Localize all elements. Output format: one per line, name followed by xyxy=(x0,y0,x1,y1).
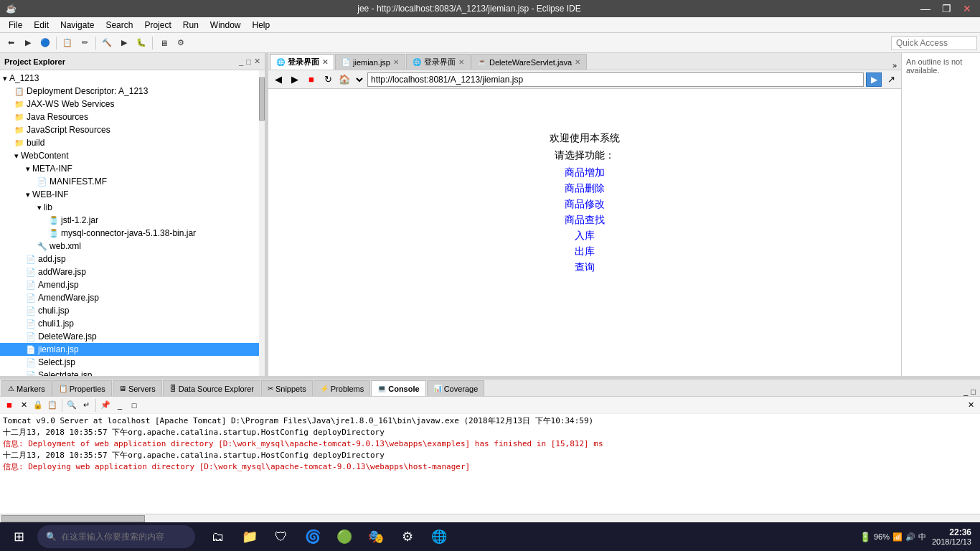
browser-home-btn[interactable]: 🏠 xyxy=(337,72,352,87)
console-clear-btn[interactable]: ✕ xyxy=(17,399,30,412)
browser-forward-btn[interactable]: ▶ xyxy=(288,72,302,87)
bottom-tab-data_source_explorer[interactable]: 🗄Data Source Explorer xyxy=(163,380,260,396)
tree-item-Selectdate_jsp[interactable]: 📄Selectdate.jsp xyxy=(0,369,259,376)
editor-tab-DeleteWareServlet_java[interactable]: ☕DeleteWareServlet.java✕ xyxy=(471,54,587,70)
tree-item-AmendWare_jsp[interactable]: 📄AmendWare.jsp xyxy=(0,291,259,304)
console-pin-btn[interactable]: 📌 xyxy=(99,399,112,412)
tree-item-WebContent[interactable]: ▾WebContent xyxy=(0,149,259,162)
tree-item-jiemian_jsp[interactable]: 📄jiemian.jsp xyxy=(0,343,259,356)
toolbar-btn-6[interactable]: 🔨 xyxy=(99,35,115,51)
editor-tab-jiemian_jsp[interactable]: 📄jiemian.jsp✕ xyxy=(335,54,405,70)
bottom-tab-snippets[interactable]: ✂Snippets xyxy=(261,380,313,396)
tree-item-JavaScript_Resources[interactable]: 📁JavaScript Resources xyxy=(0,123,259,136)
browser-extra-btn[interactable]: ↗ xyxy=(884,72,898,87)
console-stop-btn[interactable]: ■ xyxy=(3,399,16,412)
bottom-tab-console[interactable]: 💻Console xyxy=(371,380,425,396)
toolbar-btn-7[interactable]: ▶ xyxy=(116,35,132,51)
taskbar-search-box[interactable]: 🔍 xyxy=(37,525,195,548)
taskbar-icon-shield[interactable]: 🛡 xyxy=(267,524,296,550)
editor-tab-overflow-btn[interactable]: » xyxy=(890,61,900,70)
web-link-5[interactable]: 出库 xyxy=(575,245,595,258)
toolbar-btn-10[interactable]: ⚙ xyxy=(173,35,189,51)
web-link-3[interactable]: 商品查找 xyxy=(565,214,605,227)
browser-stop-btn[interactable]: ■ xyxy=(304,72,319,87)
toolbar-btn-9[interactable]: 🖥 xyxy=(156,35,171,51)
minimize-button[interactable]: — xyxy=(918,3,933,14)
quick-access-input[interactable] xyxy=(891,36,977,50)
web-link-2[interactable]: 商品修改 xyxy=(565,198,605,211)
menu-item-window[interactable]: Window xyxy=(204,19,247,32)
tree-item-add_jsp[interactable]: 📄add.jsp xyxy=(0,253,259,265)
tree-item-Java_Resources[interactable]: 📁Java Resources xyxy=(0,110,259,123)
project-explorer-close[interactable]: ✕ xyxy=(254,57,260,66)
console-maximize-btn[interactable]: □ xyxy=(128,399,141,412)
browser-refresh-btn[interactable]: ↻ xyxy=(321,72,335,87)
taskbar-search-input[interactable] xyxy=(61,532,176,542)
bottom-panel-minimize[interactable]: _ xyxy=(963,387,968,396)
close-button[interactable]: ✕ xyxy=(960,3,974,14)
tree-item-JAX_WS_Web_Services[interactable]: 📁JAX-WS Web Services xyxy=(0,98,259,110)
taskbar-icon-explorer[interactable]: 📁 xyxy=(235,524,264,550)
console-scroll-lock-btn[interactable]: 🔒 xyxy=(32,399,44,412)
tree-item-Select_jsp[interactable]: 📄Select.jsp xyxy=(0,356,259,369)
tree-scrollbar[interactable] xyxy=(259,70,265,376)
menu-item-project[interactable]: Project xyxy=(138,19,176,32)
toolbar-btn-8[interactable]: 🐛 xyxy=(133,35,149,51)
tree-item-Deployment_Descriptor__A_1213[interactable]: 📋Deployment Descriptor: A_1213 xyxy=(0,85,259,98)
console-minimize-btn[interactable]: _ xyxy=(113,399,126,412)
console-word-wrap-btn[interactable]: ↵ xyxy=(80,399,93,412)
tree-item-MANIFEST_MF[interactable]: 📄MANIFEST.MF xyxy=(0,175,259,188)
menu-item-file[interactable]: File xyxy=(3,19,28,32)
browser-url-dropdown[interactable] xyxy=(354,72,365,87)
toolbar-btn-2[interactable]: ▶ xyxy=(20,35,36,51)
menu-item-search[interactable]: Search xyxy=(100,19,138,32)
web-link-6[interactable]: 查询 xyxy=(575,261,595,274)
tree-item-addWare_jsp[interactable]: 📄addWare.jsp xyxy=(0,265,259,278)
browser-back-btn[interactable]: ◀ xyxy=(271,72,286,87)
taskbar-icon-browser[interactable]: 🌐 xyxy=(425,524,453,550)
menu-item-edit[interactable]: Edit xyxy=(28,19,55,32)
web-link-1[interactable]: 商品删除 xyxy=(565,182,605,195)
editor-tab-close[interactable]: ✕ xyxy=(458,58,464,66)
tree-item-META_INF[interactable]: ▾META-INF xyxy=(0,162,259,175)
toolbar-btn-5[interactable]: ✏ xyxy=(77,35,93,51)
taskbar-icon-tasklist[interactable]: 🗂 xyxy=(204,524,232,550)
console-new-btn[interactable]: 📋 xyxy=(46,399,59,412)
tree-item-jstl_1_2_jar[interactable]: 🫙jstl-1.2.jar xyxy=(0,214,259,227)
menu-item-run[interactable]: Run xyxy=(177,19,204,32)
project-explorer-minimize[interactable]: _ xyxy=(239,57,243,66)
bottom-tab-servers[interactable]: 🖥Servers xyxy=(113,380,162,396)
bottom-tab-markers[interactable]: ⚠Markers xyxy=(1,380,52,396)
console-filter-btn[interactable]: 🔍 xyxy=(65,399,78,412)
bottom-panel-maximize[interactable]: □ xyxy=(971,387,976,396)
taskbar-icon-app1[interactable]: 🎭 xyxy=(362,524,390,550)
editor-tab-close[interactable]: ✕ xyxy=(322,58,328,66)
tree-item-WEB_INF[interactable]: ▾WEB-INF xyxy=(0,188,259,201)
toolbar-btn-1[interactable]: ⬅ xyxy=(3,35,19,51)
bottom-tab-problems[interactable]: ⚡Problems xyxy=(314,380,370,396)
editor-tab-____[interactable]: 🌐登录界面✕ xyxy=(270,54,334,70)
bottom-tab-coverage[interactable]: 📊Coverage xyxy=(427,380,485,396)
console-close-btn[interactable]: ✕ xyxy=(964,399,977,412)
start-button[interactable]: ⊞ xyxy=(3,524,34,550)
tree-item-mysql_connector_java_5_1_38_bin_jar[interactable]: 🫙mysql-connector-java-5.1.38-bin.jar xyxy=(0,227,259,240)
menu-item-navigate[interactable]: Navigate xyxy=(55,19,100,32)
maximize-button[interactable]: ❐ xyxy=(939,3,954,14)
taskbar-icon-edge[interactable]: 🌀 xyxy=(298,524,327,550)
taskbar-icon-app2[interactable]: ⚙ xyxy=(393,524,422,550)
tree-item-chuli1_jsp[interactable]: 📄chuli1.jsp xyxy=(0,317,259,330)
bottom-scrollbar-thumb[interactable] xyxy=(1,515,145,522)
tree-item-build[interactable]: 📁build xyxy=(0,136,259,149)
tree-item-lib[interactable]: ▾lib xyxy=(0,201,259,214)
menu-item-help[interactable]: Help xyxy=(247,19,276,32)
url-bar[interactable] xyxy=(367,72,864,87)
toolbar-btn-3[interactable]: 🔵 xyxy=(37,35,53,51)
bottom-scrollbar[interactable] xyxy=(0,514,980,522)
editor-tab-close[interactable]: ✕ xyxy=(393,58,399,66)
project-explorer-maximize[interactable]: □ xyxy=(246,57,251,66)
bottom-tab-properties[interactable]: 📋Properties xyxy=(52,380,112,396)
tree-item-web_xml[interactable]: 🔧web.xml xyxy=(0,240,259,253)
toolbar-btn-4[interactable]: 📋 xyxy=(60,35,75,51)
tree-scrollbar-thumb[interactable] xyxy=(259,77,265,121)
tree-item-Amend_jsp[interactable]: 📄Amend.jsp xyxy=(0,278,259,291)
